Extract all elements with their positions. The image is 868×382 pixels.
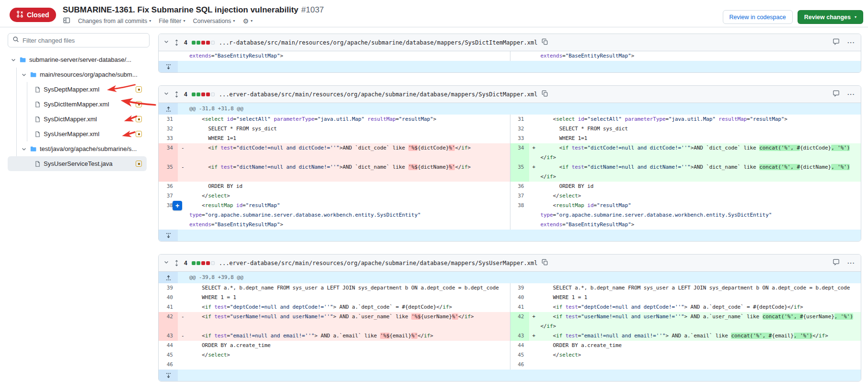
- old-line-number[interactable]: 39: [159, 283, 178, 293]
- new-line-number[interactable]: 38: [510, 201, 529, 230]
- diff-line-row: 38+ <resultMap id="resultMap" type="org.…: [159, 201, 861, 230]
- new-line-number[interactable]: 33: [510, 134, 529, 143]
- tree-file-sysdictmapper-xml[interactable]: SysDictMapper.xml: [8, 112, 147, 127]
- new-line-number[interactable]: 32: [510, 124, 529, 134]
- sidebar-toggle-button[interactable]: [63, 17, 70, 25]
- old-line-number[interactable]: 46: [159, 360, 178, 370]
- tree-file-sysusermapper-xml[interactable]: SysUserMapper.xml: [8, 127, 147, 141]
- collapse-file-button[interactable]: [163, 39, 169, 46]
- new-line-number[interactable]: 31: [510, 115, 529, 124]
- expand-up-button[interactable]: [159, 272, 178, 283]
- code-text: ORDER BY a.create_time: [178, 341, 508, 350]
- code-text: SELECT a.*, b.dept_name FROM sys_user a …: [529, 283, 859, 293]
- new-code-cell: [529, 360, 861, 370]
- old-line-number[interactable]: [159, 51, 178, 61]
- diff-line-row: 33 WHERE 1=133 WHERE 1=1: [159, 134, 861, 143]
- diffstat-squares: [192, 93, 215, 96]
- tree-folder-test-java-org-apache-submarine-s-[interactable]: test/java/org/apache/submarine/s...: [8, 141, 147, 156]
- expand-up-button[interactable]: [159, 103, 178, 115]
- old-line-number[interactable]: 36: [159, 182, 178, 191]
- new-line-number[interactable]: 40: [510, 293, 529, 302]
- tree-file-sysdeptmapper-xml[interactable]: SysDeptMapper.xml: [8, 82, 147, 97]
- file-filter-dropdown[interactable]: File filter▾: [159, 18, 185, 24]
- old-line-number[interactable]: 32: [159, 124, 178, 134]
- old-code-cell: WHERE 1 = 1: [178, 293, 510, 302]
- chevron-down-icon: [21, 72, 27, 78]
- diff-settings-dropdown[interactable]: ⚙▾: [243, 18, 253, 24]
- new-line-number[interactable]: 42: [510, 312, 529, 331]
- conversations-label: Conversations: [193, 18, 231, 24]
- new-line-number[interactable]: 41: [510, 302, 529, 312]
- tree-folder-submarine-server-server-database-[interactable]: submarine-server/server-database/...: [8, 52, 147, 67]
- new-line-number[interactable]: 39: [510, 283, 529, 293]
- file-comment-button[interactable]: [833, 38, 840, 46]
- modified-status-icon: [136, 116, 142, 122]
- file-options-button[interactable]: ···: [847, 259, 855, 266]
- old-line-number[interactable]: 41: [159, 302, 178, 312]
- hunk-header-text: @@ -31,8 +31,8 @@: [178, 103, 861, 115]
- file-options-button[interactable]: ···: [847, 91, 855, 98]
- old-line-number[interactable]: 33: [159, 134, 178, 143]
- code-text: <if test="email!=null and email!=''"> AN…: [178, 331, 508, 341]
- file-path: ...erver-database/src/main/resources/org…: [219, 260, 538, 266]
- new-line-number[interactable]: 46: [510, 360, 529, 370]
- diff-line-row: 36 ORDER BY id36 ORDER BY id: [159, 182, 861, 191]
- code-text: <if test="dictName!=null and dictName!='…: [178, 162, 508, 172]
- expand-down-button[interactable]: [159, 230, 178, 241]
- copy-path-button[interactable]: [542, 38, 548, 46]
- expand-row-fill: [178, 61, 861, 72]
- collapse-file-button[interactable]: [163, 259, 169, 266]
- tree-file-sysuserservicetest-java[interactable]: SysUserServiceTest.java: [8, 156, 147, 171]
- new-line-number[interactable]: 35: [510, 162, 529, 182]
- old-line-number[interactable]: 34: [159, 143, 178, 162]
- old-line-number[interactable]: 31: [159, 115, 178, 124]
- old-line-number[interactable]: 43: [159, 331, 178, 341]
- expand-down-button[interactable]: [159, 61, 178, 72]
- conversations-dropdown[interactable]: Conversations▾: [193, 18, 235, 24]
- new-line-number[interactable]: 45: [510, 350, 529, 360]
- file-icon: [35, 161, 41, 167]
- expand-down-button[interactable]: [159, 370, 178, 381]
- code-text: SELECT * FROM sys_dict: [529, 124, 859, 134]
- old-line-number[interactable]: 40: [159, 293, 178, 302]
- file-header-actions: ···: [833, 90, 855, 98]
- old-line-number[interactable]: 45: [159, 350, 178, 360]
- code-text: extends="BaseEntityResultMap">: [178, 51, 508, 61]
- file-comment-button[interactable]: [833, 90, 840, 98]
- new-line-number[interactable]: 34: [510, 143, 529, 162]
- tree-file-sysdictitemmapper-xml[interactable]: SysDictItemMapper.xml: [8, 97, 147, 112]
- old-line-number[interactable]: 37: [159, 191, 178, 201]
- diff-line-row: 35- <if test="dictName!=null and dictNam…: [159, 162, 861, 182]
- new-line-number[interactable]: 44: [510, 341, 529, 350]
- file-comment-button[interactable]: [833, 259, 840, 267]
- copy-path-button[interactable]: [542, 90, 548, 98]
- old-code-cell: - <if test="dictCode!=null and dictCode!…: [178, 143, 510, 162]
- tree-folder-main-resources-org-apache-subm-[interactable]: main/resources/org/apache/subm...: [8, 67, 147, 82]
- code-text: SELECT * FROM sys_dict: [178, 124, 508, 134]
- hunk-header-row: @@ -39,8 +39,8 @@: [159, 272, 861, 283]
- changes-from-dropdown[interactable]: Changes from all commits▾: [78, 18, 151, 24]
- new-line-number[interactable]: 36: [510, 182, 529, 191]
- file-icon: [35, 101, 41, 108]
- file-options-button[interactable]: ···: [847, 39, 855, 46]
- old-line-number[interactable]: 35: [159, 162, 178, 182]
- new-line-number[interactable]: 37: [510, 191, 529, 201]
- code-text: ORDER BY a.create_time: [529, 341, 859, 350]
- old-code-cell: <select id="selectAll" parameterType="ja…: [178, 115, 510, 124]
- new-line-number[interactable]: [510, 51, 529, 61]
- collapse-file-button[interactable]: [163, 91, 169, 98]
- review-changes-button[interactable]: Review changes▾: [798, 10, 863, 24]
- file-header: 4...erver-database/src/main/resources/or…: [159, 86, 861, 103]
- add-comment-button[interactable]: +: [173, 201, 182, 210]
- review-in-codespace-button[interactable]: Review in codespace: [723, 10, 793, 24]
- old-line-number[interactable]: 44: [159, 341, 178, 350]
- code-text: <if test="deptCode!=null and deptCode!='…: [178, 302, 508, 312]
- new-line-number[interactable]: 43: [510, 331, 529, 341]
- old-line-number[interactable]: 42: [159, 312, 178, 331]
- diffstat-square-add: [192, 41, 196, 45]
- hunk-header-text: @@ -39,8 +39,8 @@: [178, 272, 861, 283]
- filter-files-input[interactable]: [23, 37, 145, 44]
- diffstat-square-del: [201, 93, 205, 96]
- sidebar-toggle-icon: [63, 17, 70, 25]
- copy-path-button[interactable]: [542, 259, 548, 267]
